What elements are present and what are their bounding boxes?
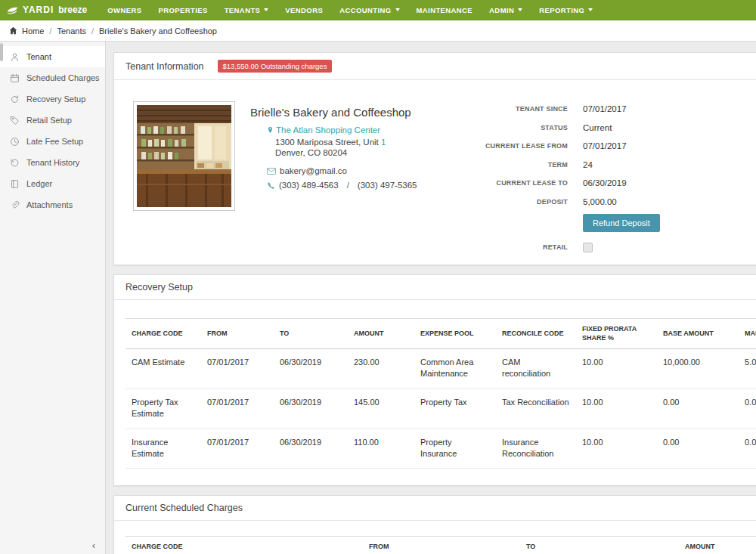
- cell: 10.00: [576, 349, 657, 389]
- home-icon: [9, 26, 17, 35]
- sidebar-item-recovery-setup[interactable]: Recovery Setup: [0, 88, 105, 110]
- refund-deposit-button[interactable]: Refund Deposit: [583, 214, 660, 232]
- address-line-1: 1300 Mariposa Street, Unit 1: [275, 137, 417, 147]
- cell: Insurance Reconciliation: [496, 429, 576, 469]
- column-header: FIXED PRORATA SHARE %: [576, 319, 657, 349]
- cell: 0.00: [657, 429, 739, 469]
- calendar-icon: [10, 73, 20, 83]
- sidebar-item-tenant[interactable]: Tenant: [0, 46, 105, 67]
- detail-row: TENANT SINCE 07/01/2017: [447, 100, 756, 119]
- clock-icon: [10, 137, 20, 147]
- sidebar: Tenant Scheduled Charges Recovery Setup …: [0, 42, 106, 554]
- cell: 10.00: [576, 429, 657, 469]
- column-header: CHARGE CODE: [125, 537, 363, 554]
- recovery-setup-table: CHARGE CODE FROM TO AMOUNT EXPENSE POOL …: [125, 318, 756, 469]
- tenant-information-card: Tenant Information $13,550.00 Outstandin…: [113, 52, 756, 265]
- refresh-icon: [10, 94, 20, 104]
- detail-row: STATUS Current: [447, 119, 756, 138]
- detail-row: DEPOSIT 5,000.00: [447, 193, 756, 212]
- retail-checkbox[interactable]: [583, 243, 593, 252]
- nav-item-owners[interactable]: OWNERS: [99, 0, 150, 20]
- nav-item-vendors[interactable]: VENDORS: [277, 0, 331, 20]
- sidebar-item-scheduled-charges[interactable]: Scheduled Charges: [0, 67, 105, 88]
- detail-value: 07/01/2017: [583, 104, 627, 113]
- phones-row: (303) 489-4563 (303) 497-5365: [267, 181, 417, 190]
- nav-item-accounting[interactable]: ACCOUNTING: [331, 0, 407, 20]
- retail-label: RETAIL: [447, 243, 568, 251]
- column-header: EXPENSE POOL: [414, 319, 496, 349]
- nav-item-label: TENANTS: [225, 6, 261, 14]
- unit-link[interactable]: 1: [381, 138, 386, 147]
- sidebar-item-attachments[interactable]: Attachments: [0, 194, 105, 215]
- email-row: bakery@gmail.co: [267, 166, 417, 175]
- cell: 07/01/2017: [201, 429, 274, 469]
- sidebar-item-retail-setup[interactable]: Retail Setup: [0, 110, 105, 131]
- cell: 07/01/2017: [201, 389, 274, 429]
- detail-label: DEPOSIT: [447, 198, 568, 206]
- sidebar-item-label: Recovery Setup: [26, 94, 85, 104]
- nav-item-properties[interactable]: PROPERTIES: [150, 0, 215, 20]
- sidebar-item-label: Tenant: [26, 52, 51, 61]
- brand[interactable]: YARDIbreeze: [0, 0, 99, 20]
- phone-separator: [347, 181, 349, 190]
- cell: 10.00: [576, 389, 657, 429]
- sidebar-item-ledger[interactable]: Ledger: [0, 173, 105, 194]
- retail-row: RETAIL: [447, 238, 756, 257]
- cell: 110.00: [348, 429, 414, 469]
- breadcrumb-separator: [91, 26, 94, 36]
- detail-label: STATUS: [447, 124, 568, 132]
- breadcrumb-tenants[interactable]: Tenants: [57, 26, 86, 36]
- nav-item-maintenance[interactable]: MAINTENANCE: [408, 0, 482, 20]
- cell: Property Insurance: [414, 429, 496, 469]
- nav-item-admin[interactable]: ADMIN: [481, 0, 531, 20]
- cell: CAM Estimate: [125, 349, 201, 389]
- person-icon: [10, 52, 20, 62]
- tenant-name: Brielle's Bakery and Coffeeshop: [250, 106, 417, 119]
- cell: Common Area Maintenance: [414, 349, 496, 389]
- nav-item-label: MAINTENANCE: [417, 6, 473, 14]
- nav-item-tenants[interactable]: TENANTS: [216, 0, 277, 20]
- cell: 230.00: [348, 349, 414, 389]
- sidebar-collapse-button[interactable]: [88, 538, 99, 552]
- detail-row: TERM 24: [447, 156, 756, 175]
- sidebar-item-late-fee-setup[interactable]: Late Fee Setup: [0, 131, 105, 152]
- nav-item-label: ACCOUNTING: [339, 6, 391, 14]
- sidebar-item-label: Ledger: [26, 179, 52, 188]
- sidebar-item-label: Late Fee Setup: [26, 137, 83, 146]
- cell: Property Tax Estimate: [125, 389, 201, 429]
- location-pin-icon: [267, 125, 274, 135]
- property-link[interactable]: The Atlan Shopping Center: [267, 125, 417, 135]
- detail-value: 07/01/2017: [583, 141, 627, 150]
- column-header: TO: [274, 319, 348, 349]
- table-row: Insurance Estimate 07/01/2017 06/30/2019…: [125, 429, 756, 469]
- nav-item-label: VENDORS: [285, 6, 323, 14]
- column-header: MAN: [739, 319, 756, 349]
- nav-item-reporting[interactable]: REPORTING: [531, 0, 601, 20]
- cell: 06/30/2019: [274, 389, 348, 429]
- book-icon: [10, 179, 20, 189]
- column-header: BASE AMOUNT: [657, 319, 739, 349]
- yardi-breeze-logo-icon: [6, 5, 19, 15]
- cell: 0.00: [657, 389, 739, 429]
- detail-value: 5,000.00: [583, 197, 617, 206]
- card-title: Current Scheduled Charges: [125, 503, 243, 513]
- brand-yardi: YARDI: [23, 5, 54, 15]
- address-text: 1300 Mariposa Street, Unit: [275, 138, 379, 147]
- phone-2: (303) 497-5365: [358, 181, 417, 190]
- detail-value: 06/30/2019: [583, 178, 627, 187]
- breadcrumb-home[interactable]: Home: [22, 26, 44, 36]
- detail-row: CURRENT LEASE TO 06/30/2019: [447, 174, 756, 193]
- breadcrumb: Home Tenants Brielle's Bakery and Coffee…: [0, 20, 756, 42]
- detail-label: TENANT SINCE: [447, 105, 568, 113]
- history-icon: [10, 158, 20, 168]
- main-content: Tenant Information $13,550.00 Outstandin…: [106, 42, 756, 554]
- column-header: AMOUNT: [679, 537, 756, 554]
- cell: Tax Reconciliation: [496, 389, 576, 429]
- address-line-2: Denver, CO 80204: [275, 147, 417, 158]
- nav-item-label: ADMIN: [489, 6, 514, 14]
- cell: 07/01/2017: [201, 349, 274, 389]
- cell: 10,000.00: [657, 349, 739, 389]
- column-header: RECONCILE CODE: [496, 319, 576, 349]
- sidebar-scrollbar[interactable]: [0, 43, 3, 61]
- sidebar-item-tenant-history[interactable]: Tenant History: [0, 152, 105, 173]
